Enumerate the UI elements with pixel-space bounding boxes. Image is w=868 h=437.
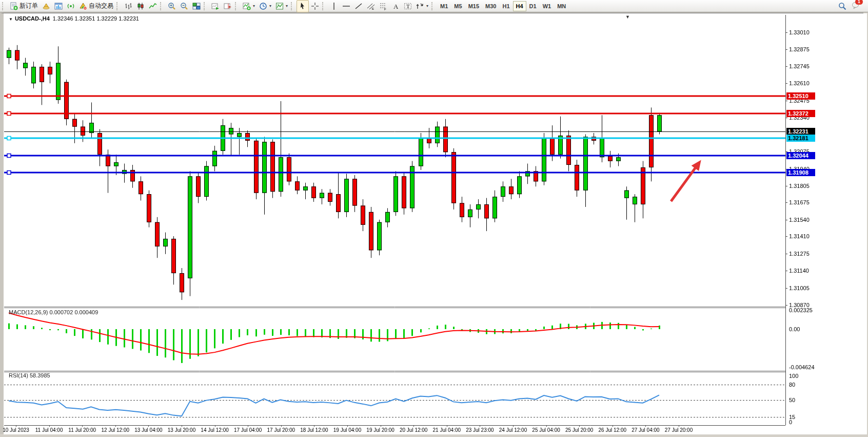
timeframe-d1-button[interactable]: D1: [526, 1, 540, 11]
new-chart-window-icon: [54, 2, 63, 10]
cursor-button[interactable]: [297, 0, 309, 12]
price-badge: 1.31908: [786, 169, 815, 176]
fibo-icon: F: [379, 2, 387, 10]
chart-bars-icon: [124, 2, 132, 10]
time-axis-label: 17 Jul 04:00: [234, 427, 262, 433]
tile-windows-icon: [192, 2, 201, 10]
timeframe-m15-button[interactable]: M15: [465, 1, 482, 11]
macd-axis-tick: -0.004624: [789, 364, 815, 370]
chart-window[interactable]: ▼USDCAD-,H41.32346 1.32351 1.32229 1.322…: [0, 13, 863, 434]
rsi-label: RSI(14) 58.3985: [9, 372, 50, 378]
timeframe-m30-button[interactable]: M30: [482, 1, 499, 11]
chart-shift-button[interactable]: [222, 0, 234, 12]
trendline-icon: [354, 2, 363, 10]
time-axis-label: 14 Jul 12:00: [201, 427, 229, 433]
chart-candles-button[interactable]: [134, 0, 147, 12]
svg-text:F: F: [384, 8, 386, 10]
vline-icon: [330, 2, 338, 10]
time-axis-label: 21 Jul 04:00: [433, 427, 461, 433]
time-axis-label: 25 Jul 20:00: [565, 427, 594, 433]
timeframe-h4-button[interactable]: H4: [513, 1, 526, 11]
chevron-down-icon[interactable]: ▼: [9, 17, 13, 22]
toolbar-grip[interactable]: [235, 2, 239, 10]
auto-scroll-button[interactable]: [209, 0, 222, 12]
zoom-in-button[interactable]: [166, 0, 178, 12]
autotrade-button[interactable]: 自动交易: [77, 0, 115, 12]
time-axis-label: 27 Jul 04:00: [632, 427, 660, 433]
timeframe-m1-button[interactable]: M1: [437, 1, 451, 11]
time-axis-label: 10 Jul 2023: [3, 427, 29, 433]
price-axis-tick: 1.33010: [789, 29, 810, 35]
time-axis-label: 24 Jul 12:00: [499, 427, 527, 433]
chart-line-button[interactable]: [147, 0, 159, 12]
time-axis-label: 26 Jul 12:00: [599, 427, 627, 433]
arrows-button[interactable]: ▾: [414, 0, 430, 12]
toolbar-grip[interactable]: [204, 2, 207, 10]
toolbar-grip[interactable]: [2, 2, 6, 10]
period-button[interactable]: ▾: [257, 0, 273, 12]
toolbar-grip[interactable]: [160, 2, 164, 10]
hline-icon: [342, 2, 350, 10]
toolbar-grip[interactable]: [431, 2, 435, 10]
chevron-down-icon[interactable]: ▾: [426, 4, 428, 8]
zoom-out-icon: [180, 2, 188, 10]
chart-candles-icon: [136, 2, 145, 10]
mt4-application: 新订单自动交易▾▾▾EFAT▾M1M5M15M30H1H4D1W1MN1 ▼US…: [0, 0, 868, 437]
svg-text:T: T: [406, 3, 410, 9]
tile-windows-button[interactable]: [190, 0, 203, 12]
text-a-button[interactable]: A: [389, 0, 402, 12]
chart-shift-marker: ▼: [625, 14, 630, 20]
time-axis-label: 23 Jul 23:00: [466, 427, 494, 433]
arrows-icon: [416, 2, 424, 10]
chevron-down-icon[interactable]: ▾: [253, 4, 255, 8]
chart-bars-button[interactable]: [122, 0, 134, 12]
new-order-button[interactable]: 新订单: [8, 0, 40, 12]
time-axis-label: 27 Jul 20:00: [665, 427, 693, 433]
ohlc-values: 1.32346 1.32351 1.32229 1.32231: [53, 15, 139, 22]
template-button[interactable]: ▾: [273, 0, 290, 12]
zoom-in-icon: [168, 2, 176, 10]
signal-icon: [67, 2, 75, 10]
rsi-axis-tick: 80: [789, 382, 795, 388]
styler-hat-button[interactable]: [40, 0, 52, 12]
zoom-out-button[interactable]: [178, 0, 190, 12]
chart-canvas[interactable]: [4, 13, 867, 434]
trendline-button[interactable]: [352, 0, 365, 12]
price-axis-tick: 1.31140: [789, 268, 809, 274]
crosshair-button[interactable]: [309, 0, 321, 12]
new-chart-window-button[interactable]: [52, 0, 65, 12]
autotrade-label: 自动交易: [89, 2, 113, 10]
fibo-button[interactable]: F: [377, 0, 389, 12]
toolbar-grip[interactable]: [116, 2, 120, 10]
hline-button[interactable]: [340, 0, 352, 12]
toolbar-grip[interactable]: [291, 2, 294, 10]
time-axis-label: 17 Jul 20:00: [267, 427, 295, 433]
label-t-button[interactable]: T: [402, 0, 414, 12]
indicators-button[interactable]: ▾: [241, 0, 257, 12]
time-axis-label: 13 Jul 20:00: [168, 427, 196, 433]
time-axis-label: 25 Jul 04:00: [532, 427, 560, 433]
price-axis-tick: 1.31275: [789, 251, 810, 257]
price-badge: 1.32181: [786, 135, 815, 142]
price-axis-tick: 1.31005: [789, 285, 810, 291]
timeframe-h1-button[interactable]: H1: [499, 1, 512, 11]
chart-line-icon: [149, 2, 157, 10]
signal-button[interactable]: [65, 0, 77, 12]
time-axis-label: 18 Jul 12:00: [300, 427, 328, 433]
time-axis-label: 20 Jul 12:00: [400, 427, 428, 433]
timeframe-mn-button[interactable]: MN: [554, 1, 569, 11]
timeframe-m5-button[interactable]: M5: [451, 1, 465, 11]
notifications-button[interactable]: 1: [852, 1, 860, 11]
channel-button[interactable]: E: [365, 0, 377, 12]
chevron-down-icon[interactable]: ▾: [269, 4, 271, 8]
timeframe-w1-button[interactable]: W1: [540, 1, 555, 11]
toolbar-grip[interactable]: [322, 2, 326, 10]
vline-button[interactable]: [328, 0, 340, 12]
chevron-down-icon[interactable]: ▾: [286, 4, 288, 8]
chart-shift-icon: [224, 2, 232, 10]
indicators-icon: [243, 2, 251, 10]
rsi-axis-tick: 0: [789, 419, 792, 425]
price-axis-tick: 1.32610: [789, 80, 810, 86]
search-icon[interactable]: [838, 2, 846, 10]
price-axis-tick: 1.31540: [789, 217, 810, 223]
